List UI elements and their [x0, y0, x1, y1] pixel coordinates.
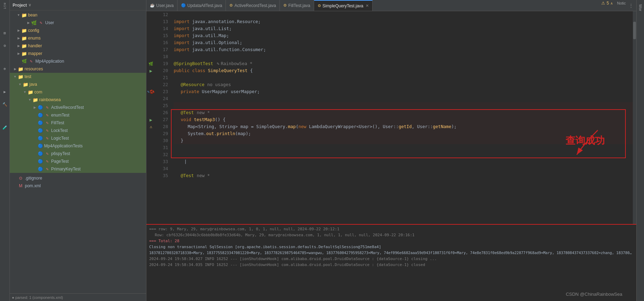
console-line-info2: 2024-09-24 19:58:34.035 INFO 16252 --- […	[149, 262, 633, 268]
sidebar-structure[interactable]: ⊞	[1, 29, 8, 36]
code-line-12	[174, 11, 633, 18]
tab-icon-activerecordtest: ⚙	[229, 3, 233, 8]
tab-activerecordtest[interactable]: ⚙ ActiveRecordTest.java	[226, 0, 280, 11]
arrow-test: ▼	[13, 75, 18, 78]
tab-updataalltest[interactable]: 🔵 UpdataAllTest.java	[178, 0, 226, 11]
linenum-14: 14	[155, 25, 168, 32]
test-icon-enumtest: 🔵	[37, 113, 43, 118]
label-user: User	[45, 20, 54, 25]
tree-item-handler[interactable]: ▶ 📁 handler	[10, 42, 146, 50]
arrow-config: ▶	[16, 29, 21, 32]
console-line-total: === Total: 28	[149, 238, 633, 244]
sidebar-science[interactable]: 🧪	[1, 124, 8, 131]
console-content[interactable]: === row: 9, Mary, 29, mary@rainbowsea.co…	[146, 225, 636, 301]
cls-user-28: User	[359, 123, 369, 130]
paren-28: (	[296, 123, 299, 130]
gutter-26	[146, 109, 155, 116]
project-header: Project ∨	[10, 0, 146, 10]
fn-getname-28: getName	[433, 123, 451, 130]
tree-item-pagetest[interactable]: 🔵 ✎ PageTest	[10, 158, 146, 165]
run-icon-20[interactable]: ▶	[150, 68, 152, 74]
tree-item-mp4app[interactable]: 🌿 ✎ Mp4Application	[10, 57, 146, 65]
generic2c-28: >	[369, 123, 372, 130]
semi-15: ;	[227, 32, 229, 39]
maven-icon: M	[18, 183, 24, 188]
code-line-16: import java.util.Optional;	[174, 39, 633, 46]
project-chevron[interactable]: ∨	[28, 3, 31, 7]
line-numbers: 12 13 14 15 16 17 18 19 20 21 22 23 24 2…	[155, 11, 171, 224]
tree-item-logictest[interactable]: 🔵 ✎ LogicTest	[10, 134, 146, 142]
paren2-28: (),	[372, 123, 383, 130]
tree-item-activerecordtest[interactable]: ▶ 🔵 ✎ ActiveRecordTest	[10, 104, 146, 111]
arrow-bean: ▼	[16, 13, 21, 17]
tree-item-pom[interactable]: M pom.xml	[10, 182, 146, 190]
code-line-20: public class SimpleQueryTest {	[174, 67, 633, 74]
right-panel-label[interactable]: Wor	[637, 3, 644, 13]
editor-scrollbar[interactable]	[633, 11, 636, 224]
paren-close-28: );	[451, 123, 457, 130]
tree-item-mapper[interactable]: ▶ 📁 mapper	[10, 50, 146, 57]
tree-item-locktest[interactable]: 🔵 ✎ LockTest	[10, 127, 146, 134]
tree-item-filltest[interactable]: 🔵 ✎ FillTest	[10, 119, 146, 127]
label-gitignore: .gitignore	[25, 176, 42, 181]
tab-simplequerytest[interactable]: ⚙ SimpleQueryTest.java ✕	[314, 0, 373, 11]
tree-item-resources[interactable]: ▶ 📁 resources	[10, 65, 146, 73]
cls-user2-28: User	[383, 123, 393, 130]
tree-item-bean[interactable]: ▼ 📁 bean	[10, 11, 146, 19]
cls-14: List	[219, 25, 229, 32]
dot2-29: .	[214, 130, 217, 137]
tree-item-java[interactable]: ▼ 📁 java	[10, 80, 146, 88]
tree-item-test[interactable]: ▼ 📁 test	[10, 73, 146, 80]
tree-item-rainbowsea[interactable]: ▼ 📁 rainbowsea	[10, 96, 146, 104]
sidebar-find[interactable]: ⊕	[1, 65, 8, 72]
gutter-32	[146, 151, 155, 158]
console-line-data: 1837812780328718338=Mary, 18377558233470…	[149, 250, 633, 256]
code-line-18	[174, 53, 633, 60]
label-enums: enums	[28, 36, 41, 41]
code-viewport: 🌿 ▶ ✎ 🫘 ▶ ⚠	[146, 11, 636, 224]
code-content[interactable]: import javax.annotation.Resource; import…	[171, 11, 633, 224]
generic-close-28: >	[235, 123, 240, 130]
code-line-15: import java.util.Map;	[174, 32, 633, 39]
edit-icon-23: ✎	[147, 90, 150, 94]
gutter-17	[146, 46, 155, 53]
semi-14: ;	[229, 25, 232, 32]
tree-item-gitignore[interactable]: ⊙ .gitignore	[10, 174, 146, 182]
tree-item-user[interactable]: ▶ 🌿 ✎ User	[10, 19, 146, 27]
tree-item-com[interactable]: ▼ 📁 com	[10, 88, 146, 96]
notif-expand[interactable]: ∧	[610, 1, 613, 5]
code-line-14: import java.util.List;	[174, 25, 633, 32]
fn-out-29: out	[206, 130, 214, 137]
tabs-overflow-menu[interactable]: ⋮	[626, 0, 636, 11]
tree-item-enumtest[interactable]: 🔵 ✎ enumTest	[10, 111, 146, 119]
gutter-35	[146, 172, 155, 179]
sidebar-commit[interactable]: mit	[1, 3, 8, 10]
arrow-mapper: ▶	[16, 52, 21, 55]
tab-close-simplequerytest[interactable]: ✕	[366, 4, 369, 8]
tab-filltest[interactable]: ⚙ FillTest.java	[280, 0, 314, 11]
tree-item-config[interactable]: ▶ 📁 config	[10, 27, 146, 34]
tab-user-java[interactable]: ☕ User.java	[146, 0, 178, 11]
folder-icon-bean: 📁	[21, 13, 27, 18]
linenum-25: 25	[155, 102, 168, 109]
spring-run-icon-19: 🌿	[148, 62, 153, 66]
gutter: 🌿 ▶ ✎ 🫘 ▶ ⚠	[146, 11, 155, 224]
project-panel: Project ∨ ▼ 📁 bean ▶ 🌿 ✎ User ▶ 📁 config…	[10, 0, 146, 301]
linenum-35: 35	[155, 172, 168, 179]
sidebar-build[interactable]: 🔨	[1, 101, 8, 108]
tree-item-primarykeytest[interactable]: 🔵 ✎ PrimaryKeyTest	[10, 165, 146, 173]
sys-29: System	[188, 130, 203, 137]
test-icon-activerecordtest: 🔵	[37, 105, 43, 110]
code-line-25	[174, 102, 633, 109]
run-icon-27[interactable]: ▶	[150, 117, 152, 122]
tree-item-enums[interactable]: ▶ 📁 enums	[10, 34, 146, 42]
tree-item-mp4apptests[interactable]: 🔵 Mp4ApplicationTests	[10, 142, 146, 150]
warn-icon-28: ⚠	[150, 124, 152, 129]
test-icon-pagetest: 🔵	[37, 159, 43, 164]
edit-icon-user: ✎	[38, 21, 44, 25]
sidebar-services[interactable]: ⚙	[1, 42, 8, 49]
ann-resource-22: @Resource	[181, 81, 205, 88]
tree-item-p6spytest[interactable]: 🔵 ✎ p6spyTest	[10, 150, 146, 158]
gutter-25	[146, 102, 155, 109]
sidebar-terminal[interactable]: ▶	[1, 88, 8, 95]
